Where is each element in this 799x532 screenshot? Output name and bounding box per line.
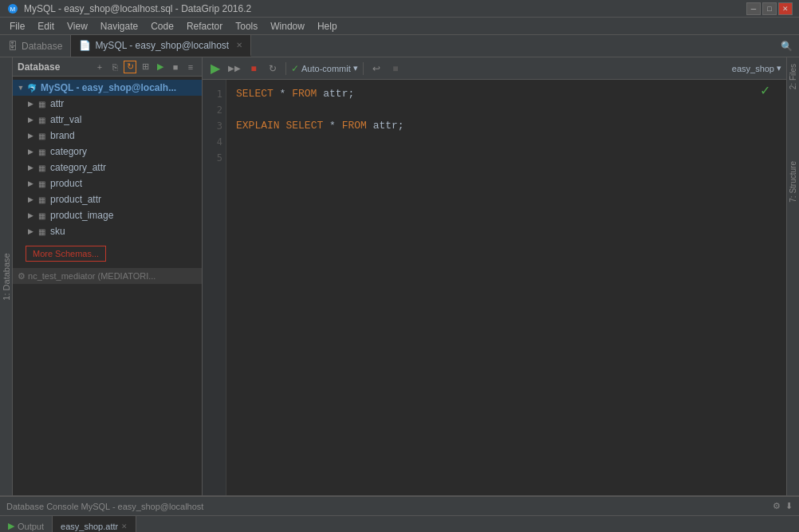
svg-text:M: M xyxy=(10,6,16,13)
console-tabs: ▶ Output easy_shop.attr ✕ xyxy=(0,516,799,532)
minimize-button[interactable]: ─ xyxy=(746,2,761,15)
stop-query-btn[interactable]: ■ xyxy=(246,61,262,77)
top-tab-bar: 🗄 Database 📄 MySQL - easy_shop@localhost… xyxy=(0,35,799,57)
tree-item-attr-val[interactable]: ▶ ▦ attr_val xyxy=(13,112,202,128)
autocommit-toggle[interactable]: ✓ Auto-commit ▾ xyxy=(291,63,358,74)
tree-item-product-attr[interactable]: ▶ ▦ product_attr xyxy=(13,191,202,207)
arrow-attr-val: ▶ xyxy=(26,116,35,124)
line-numbers: 1 2 3 4 5 xyxy=(203,80,226,495)
tab-sql-editor[interactable]: 📄 MySQL - easy_shop@localhost ✕ xyxy=(71,35,251,57)
rerun-btn[interactable]: ↻ xyxy=(265,61,281,77)
tree-item-category-attr[interactable]: ▶ ▦ category_attr xyxy=(13,160,202,175)
tree-root[interactable]: ▼ 🐬 MySQL - easy_shop@localh... xyxy=(13,80,202,96)
database-tab-icon: 🗄 xyxy=(8,41,18,52)
menu-refactor[interactable]: Refactor xyxy=(180,19,229,33)
left-panel: Database + ⎘ ↻ ⊞ ▶ ■ ≡ ▼ 🐬 MySQL - easy_… xyxy=(13,57,203,495)
tab-output[interactable]: ▶ Output xyxy=(0,516,53,532)
arrow-product: ▶ xyxy=(26,179,35,187)
table-icon-product-image: ▦ xyxy=(35,209,48,222)
menu-code[interactable]: Code xyxy=(144,19,180,33)
menu-bar: File Edit View Navigate Code Refactor To… xyxy=(0,18,799,35)
stop-btn[interactable]: ■ xyxy=(169,61,182,73)
label-attr-val: attr_val xyxy=(50,114,81,125)
arrow-brand: ▶ xyxy=(26,132,35,140)
sidebar-vert-label: 1: Database xyxy=(0,57,13,495)
copy-btn[interactable]: ⎘ xyxy=(108,61,121,73)
console-settings-icon[interactable]: ⚙ xyxy=(773,501,781,511)
files-label[interactable]: 2: Files xyxy=(789,61,797,93)
undo-btn[interactable]: ↩ xyxy=(368,61,384,77)
label-attr: attr xyxy=(50,98,64,109)
code-line-2 xyxy=(236,102,777,118)
table-icon-sku: ▦ xyxy=(35,225,48,238)
run-file-btn[interactable]: ▶▶ xyxy=(226,61,242,77)
tree-item-brand[interactable]: ▶ ▦ brand xyxy=(13,128,202,144)
root-label: MySQL - easy_shop@localh... xyxy=(41,82,176,93)
app-icon: M xyxy=(6,2,19,15)
label-brand: brand xyxy=(50,130,75,141)
console-close-icon[interactable]: ⬇ xyxy=(785,501,793,511)
sidebar-label-text: 1: Database xyxy=(2,253,11,300)
arrow-category: ▶ xyxy=(26,148,35,156)
code-editor[interactable]: SELECT * FROM attr; EXPLAIN SELECT * FRO… xyxy=(226,80,786,495)
table-icon-brand: ▦ xyxy=(35,129,48,142)
panel-actions: + ⎘ ↻ ⊞ ▶ ■ ≡ xyxy=(93,61,197,73)
run-btn[interactable]: ▶ xyxy=(154,61,167,73)
schema-selector[interactable]: easy_shop ▾ xyxy=(732,63,781,73)
stop2-btn[interactable]: ■ xyxy=(388,61,403,77)
menu-edit[interactable]: Edit xyxy=(31,19,61,33)
main-layout: 1: Database Database + ⎘ ↻ ⊞ ▶ ■ ≡ ▼ 🐬 M… xyxy=(0,57,799,495)
database-tree: ▼ 🐬 MySQL - easy_shop@localh... ▶ ▦ attr… xyxy=(13,77,202,495)
table-icon-attr: ▦ xyxy=(35,97,48,110)
output-tab-icon: ▶ xyxy=(8,521,14,531)
close-button[interactable]: ✕ xyxy=(778,2,793,15)
arrow-product-image: ▶ xyxy=(26,211,35,219)
menu-help[interactable]: Help xyxy=(311,19,344,33)
menu-window[interactable]: Window xyxy=(264,19,311,33)
window-controls: ─ □ ✕ xyxy=(746,2,793,15)
output-tab-label: Output xyxy=(18,522,44,531)
root-arrow: ▼ xyxy=(16,84,26,92)
label-category: category xyxy=(50,146,87,157)
tab-database[interactable]: 🗄 Database xyxy=(0,35,71,57)
attr-tab-label: easy_shop.attr xyxy=(61,522,118,531)
table-icon-product-attr: ▦ xyxy=(35,193,48,206)
right-panel: ▶ ▶▶ ■ ↻ ✓ Auto-commit ▾ ↩ ■ easy_shop ▾… xyxy=(203,57,786,495)
table-icon-product: ▦ xyxy=(35,177,48,190)
tree-item-sku[interactable]: ▶ ▦ sku xyxy=(13,223,202,239)
label-product: product xyxy=(50,178,82,189)
editor-wrap: 1 2 3 4 5 SELECT * FROM attr; EXPLAIN SE… xyxy=(203,80,786,495)
more-schemas-btn[interactable]: More Schemas... xyxy=(26,246,106,262)
table-icon-category-attr: ▦ xyxy=(35,161,48,174)
attr-tab-close[interactable]: ✕ xyxy=(121,522,128,530)
autocommit-dropdown-icon: ▾ xyxy=(353,63,358,73)
add-btn[interactable]: + xyxy=(93,61,106,73)
schema-btn[interactable]: ⊞ xyxy=(139,61,152,73)
tree-item-product[interactable]: ▶ ▦ product xyxy=(13,175,202,191)
maximize-button[interactable]: □ xyxy=(762,2,777,15)
panel-header: Database + ⎘ ↻ ⊞ ▶ ■ ≡ xyxy=(13,57,202,77)
sql-tab-label: MySQL - easy_shop@localhost xyxy=(95,40,229,51)
label-product-attr: product_attr xyxy=(50,194,101,205)
search-icon[interactable]: 🔍 xyxy=(774,35,799,57)
menu-file[interactable]: File xyxy=(3,19,31,33)
run-query-btn[interactable]: ▶ xyxy=(207,61,223,77)
menu-navigate[interactable]: Navigate xyxy=(94,19,144,33)
tree-item-attr[interactable]: ▶ ▦ attr xyxy=(13,96,202,112)
structure-label[interactable]: 7: Structure xyxy=(789,158,797,206)
code-line-1: SELECT * FROM attr; xyxy=(236,86,777,102)
tab-easy-shop-attr[interactable]: easy_shop.attr ✕ xyxy=(53,516,136,532)
menu-tools[interactable]: Tools xyxy=(229,19,264,33)
menu-view[interactable]: View xyxy=(61,19,94,33)
arrow-category-attr: ▶ xyxy=(26,164,35,171)
sql-tab-close[interactable]: ✕ xyxy=(236,41,242,49)
tree-item-category[interactable]: ▶ ▦ category xyxy=(13,144,202,160)
editor-toolbar: ▶ ▶▶ ■ ↻ ✓ Auto-commit ▾ ↩ ■ easy_shop ▾ xyxy=(203,57,786,80)
more-btn[interactable]: ≡ xyxy=(184,61,197,73)
arrow-product-attr: ▶ xyxy=(26,195,35,203)
refresh-btn[interactable]: ↻ xyxy=(124,61,136,73)
autocommit-label: Auto-commit xyxy=(301,64,351,73)
separator-row: ⚙ nc_test_mediator (MEDIATORI... xyxy=(13,268,202,284)
tree-item-product-image[interactable]: ▶ ▦ product_image xyxy=(13,207,202,223)
console-header-text: Database Console MySQL - easy_shop@local… xyxy=(6,502,203,511)
